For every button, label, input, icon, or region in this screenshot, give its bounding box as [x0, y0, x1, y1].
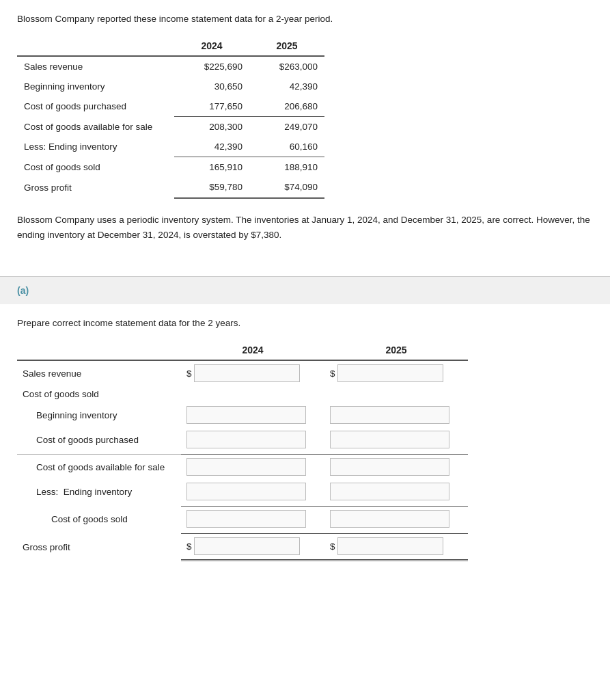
- dollar-sign: $: [186, 541, 192, 552]
- gross-profit-2025-input[interactable]: [337, 537, 443, 555]
- cogs-sold-2024-input[interactable]: [186, 510, 306, 528]
- table-row: Cost of goods sold 165,910 188,910: [17, 157, 324, 178]
- form-input-cell-2024: [181, 427, 324, 455]
- dollar-sign: $: [330, 541, 335, 552]
- form-input-cell-2025: $: [324, 534, 468, 561]
- row-value-2025: 249,070: [249, 117, 324, 137]
- table-row: Beginning inventory 30,650 42,390: [17, 77, 324, 96]
- input-wrapper: $: [330, 364, 462, 382]
- description-text: Blossom Company uses a periodic inventor…: [17, 213, 593, 242]
- section-a-content: Prepare correct income statement data fo…: [0, 304, 610, 582]
- col-header-label: [17, 36, 174, 56]
- form-row-cogs-sold: Cost of goods sold: [17, 507, 468, 534]
- form-row-label: Beginning inventory: [17, 403, 181, 427]
- intro-text: Blossom Company reported these income st…: [17, 14, 593, 24]
- form-input-cell-2025: [324, 427, 468, 455]
- section-a-header: (a): [0, 277, 610, 304]
- input-wrapper: [186, 510, 319, 528]
- form-col-2024: 2024: [181, 340, 324, 360]
- row-label: Cost of goods available for sale: [17, 117, 174, 137]
- input-wrapper: [330, 458, 462, 476]
- input-wrapper: $: [330, 537, 462, 555]
- form-row-label: Cost of goods sold: [17, 386, 181, 403]
- form-col-2025: 2025: [324, 340, 468, 360]
- input-wrapper: [186, 483, 319, 500]
- form-row-cogs-available: Cost of goods available for sale: [17, 455, 468, 480]
- row-label: Beginning inventory: [17, 77, 174, 96]
- row-value-2025: 206,680: [249, 96, 324, 117]
- form-row-label: Cost of goods available for sale: [17, 455, 181, 480]
- row-label: Gross profit: [17, 177, 174, 198]
- row-value-2025: $263,000: [249, 56, 324, 77]
- input-wrapper: [330, 431, 462, 448]
- form-input-cell-2025: [324, 507, 468, 534]
- less-prefix: Less:: [36, 487, 64, 497]
- beginning-inventory-2024-input[interactable]: [186, 406, 306, 424]
- table-row: Sales revenue $225,690 $263,000: [17, 56, 324, 77]
- section-a-label: (a): [17, 285, 29, 296]
- form-input-cell-2024: [181, 455, 324, 480]
- input-wrapper: [186, 458, 319, 476]
- form-row-beginning-inventory: Beginning inventory: [17, 403, 468, 427]
- row-value-2025: $74,090: [249, 177, 324, 198]
- input-wrapper: [330, 406, 462, 424]
- form-col-label: [17, 340, 181, 360]
- cogs-purchased-2024-input[interactable]: [186, 431, 306, 448]
- col-header-2025: 2025: [249, 36, 324, 56]
- row-value-2024: 177,650: [174, 96, 249, 117]
- sales-revenue-2025-input[interactable]: [337, 364, 443, 382]
- form-input-cell-2024: [181, 479, 324, 507]
- beginning-inventory-2025-input[interactable]: [330, 406, 449, 424]
- ending-inventory-2024-input[interactable]: [186, 483, 306, 500]
- row-value-2024: $225,690: [174, 56, 249, 77]
- row-value-2025: 188,910: [249, 157, 324, 178]
- dollar-sign: $: [186, 368, 192, 379]
- form-row-label: Sales revenue: [17, 360, 181, 386]
- form-row-label: Less: Ending inventory: [17, 479, 181, 507]
- cogs-available-2025-input[interactable]: [330, 458, 449, 476]
- form-input-cell-2025: $: [324, 360, 468, 386]
- row-value-2024: 30,650: [174, 77, 249, 96]
- form-input-cell-2024: $: [181, 534, 324, 561]
- row-value-2024: 42,390: [174, 137, 249, 157]
- row-value-2024: 165,910: [174, 157, 249, 178]
- cogs-purchased-2025-input[interactable]: [330, 431, 449, 448]
- input-wrapper: [186, 431, 319, 448]
- row-label: Cost of goods purchased: [17, 96, 174, 117]
- form-row-gross-profit: Gross profit $ $: [17, 534, 468, 561]
- form-row-sales-revenue: Sales revenue $ $: [17, 360, 468, 386]
- input-wrapper: [330, 510, 462, 528]
- gross-profit-2024-input[interactable]: [194, 537, 300, 555]
- input-wrapper: [330, 483, 462, 500]
- row-label: Less: Ending inventory: [17, 137, 174, 157]
- section-a-instruction: Prepare correct income statement data fo…: [17, 318, 593, 328]
- income-table: 2024 2025 Sales revenue $225,690 $263,00…: [17, 36, 324, 199]
- dollar-sign: $: [330, 368, 335, 379]
- form-empty-cell: [181, 386, 324, 403]
- form-input-cell-2025: [324, 403, 468, 427]
- cogs-available-2024-input[interactable]: [186, 458, 306, 476]
- ending-inventory-2025-input[interactable]: [330, 483, 449, 500]
- table-row: Less: Ending inventory 42,390 60,160: [17, 137, 324, 157]
- sales-revenue-2024-input[interactable]: [194, 364, 300, 382]
- table-row: Cost of goods available for sale 208,300…: [17, 117, 324, 137]
- row-label: Cost of goods sold: [17, 157, 174, 178]
- col-header-2024: 2024: [174, 36, 249, 56]
- row-value-2025: 60,160: [249, 137, 324, 157]
- form-input-cell-2024: [181, 403, 324, 427]
- form-row-label: Cost of goods sold: [17, 507, 181, 534]
- form-input-cell-2025: [324, 455, 468, 480]
- input-wrapper: [186, 406, 319, 424]
- input-wrapper: $: [186, 364, 319, 382]
- form-row-less-ending-inventory: Less: Ending inventory: [17, 479, 468, 507]
- cogs-sold-2025-input[interactable]: [330, 510, 449, 528]
- form-row-cogs-purchased: Cost of goods purchased: [17, 427, 468, 455]
- row-value-2024: 208,300: [174, 117, 249, 137]
- form-input-cell-2024: $: [181, 360, 324, 386]
- row-value-2025: 42,390: [249, 77, 324, 96]
- form-table: 2024 2025 Sales revenue $ $: [17, 340, 468, 561]
- form-input-cell-2025: [324, 479, 468, 507]
- form-input-cell-2024: [181, 507, 324, 534]
- top-section: Blossom Company reported these income st…: [0, 0, 610, 262]
- table-row: Cost of goods purchased 177,650 206,680: [17, 96, 324, 117]
